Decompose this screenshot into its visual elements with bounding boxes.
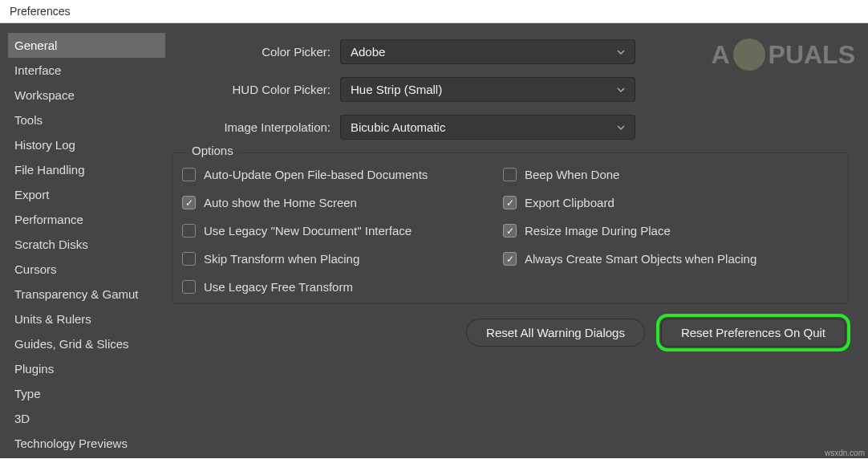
checkbox-skip-transform[interactable]: Skip Transform when Placing: [182, 252, 503, 266]
chevron-down-icon: [617, 48, 625, 56]
sidebar-item-guides-grid-slices[interactable]: Guides, Grid & Slices: [8, 331, 165, 356]
sidebar-item-label: 3D: [14, 412, 30, 425]
checkbox-label: Always Create Smart Objects when Placing: [525, 252, 756, 266]
reset-preferences-button[interactable]: Reset Preferences On Quit: [661, 319, 846, 347]
sidebar-item-label: Units & Rulers: [14, 312, 91, 326]
hud-color-picker-value: Hue Strip (Small): [351, 83, 442, 96]
sidebar-item-units-rulers[interactable]: Units & Rulers: [8, 307, 165, 331]
sidebar-item-export[interactable]: Export: [8, 182, 165, 207]
sidebar-item-transparency-gamut[interactable]: Transparency & Gamut: [8, 282, 165, 307]
checkbox-label: Use Legacy Free Transform: [204, 280, 353, 294]
checkbox-resize-image-place[interactable]: ✓ Resize Image During Place: [503, 224, 824, 238]
color-picker-label: Color Picker:: [172, 45, 340, 59]
image-interpolation-dropdown[interactable]: Bicubic Automatic: [340, 115, 635, 140]
checkbox-box[interactable]: [182, 224, 196, 238]
watermark-text-left: A: [711, 40, 729, 70]
attribution-text: wsxdn.com: [825, 449, 865, 457]
checkbox-smart-objects-placing[interactable]: ✓ Always Create Smart Objects when Placi…: [503, 252, 824, 266]
checkbox-box[interactable]: ✓: [503, 252, 517, 266]
checkbox-label: Skip Transform when Placing: [204, 252, 359, 266]
checkbox-legacy-free-transform[interactable]: Use Legacy Free Transform: [182, 280, 503, 294]
checkbox-label: Export Clipboard: [525, 196, 614, 209]
sidebar-item-history-log[interactable]: History Log: [8, 132, 165, 157]
window-title: Preferences: [10, 5, 70, 18]
sidebar: General Interface Workspace Tools Histor…: [0, 33, 165, 458]
chevron-down-icon: [617, 86, 625, 94]
sidebar-item-label: Export: [14, 188, 49, 201]
checkbox-legacy-new-doc[interactable]: Use Legacy "New Document" Interface: [182, 224, 503, 238]
sidebar-item-cursors[interactable]: Cursors: [8, 257, 165, 282]
hud-color-picker-dropdown[interactable]: Hue Strip (Small): [340, 77, 635, 102]
checkmark-icon: ✓: [506, 198, 514, 208]
sidebar-item-label: Type: [14, 387, 41, 400]
checkbox-box[interactable]: [182, 168, 196, 181]
sidebar-item-label: File Handling: [14, 163, 85, 177]
checkbox-label: Auto show the Home Screen: [204, 196, 357, 209]
checkmark-icon: ✓: [506, 254, 514, 264]
hud-color-picker-label: HUD Color Picker:: [172, 83, 340, 96]
checkbox-auto-update-docs[interactable]: Auto-Update Open File-based Documents: [182, 168, 503, 181]
sidebar-item-label: Technology Previews: [14, 437, 128, 450]
options-legend: Options: [187, 144, 238, 157]
checkmark-icon: ✓: [506, 226, 514, 236]
sidebar-item-label: Cursors: [14, 262, 57, 276]
sidebar-item-label: Interface: [14, 63, 61, 77]
image-interpolation-label: Image Interpolation:: [172, 120, 340, 134]
checkbox-box[interactable]: ✓: [182, 196, 196, 209]
checkbox-box[interactable]: [503, 168, 517, 181]
checkbox-auto-show-home[interactable]: ✓ Auto show the Home Screen: [182, 196, 503, 209]
sidebar-item-workspace[interactable]: Workspace: [8, 83, 165, 108]
options-fieldset: Options Auto-Update Open File-based Docu…: [172, 152, 849, 304]
sidebar-item-3d[interactable]: 3D: [8, 406, 165, 431]
sidebar-item-label: Plugins: [14, 362, 54, 376]
title-bar: Preferences: [0, 0, 868, 23]
watermark-logo: A PUALS: [711, 39, 855, 71]
options-grid: Auto-Update Open File-based Documents Be…: [182, 168, 838, 294]
chevron-down-icon: [617, 124, 625, 132]
color-picker-value: Adobe: [351, 45, 385, 59]
sidebar-item-technology-previews[interactable]: Technology Previews: [8, 431, 165, 456]
checkbox-box[interactable]: [182, 252, 196, 266]
sidebar-item-label: General: [14, 39, 57, 52]
checkbox-label: Use Legacy "New Document" Interface: [204, 224, 412, 238]
sidebar-item-label: Workspace: [14, 88, 75, 102]
checkbox-label: Beep When Done: [525, 168, 619, 181]
sidebar-item-file-handling[interactable]: File Handling: [8, 157, 165, 182]
sidebar-item-scratch-disks[interactable]: Scratch Disks: [8, 232, 165, 257]
sidebar-item-label: Tools: [14, 113, 43, 127]
watermark-icon: [733, 39, 765, 71]
form-row-image-interpolation: Image Interpolation: Bicubic Automatic: [172, 115, 862, 140]
sidebar-item-performance[interactable]: Performance: [8, 207, 165, 232]
sidebar-item-label: History Log: [14, 138, 75, 152]
sidebar-item-interface[interactable]: Interface: [8, 58, 165, 83]
sidebar-item-tools[interactable]: Tools: [8, 108, 165, 132]
color-picker-dropdown[interactable]: Adobe: [340, 39, 635, 64]
sidebar-item-label: Scratch Disks: [14, 238, 88, 251]
checkbox-box[interactable]: ✓: [503, 224, 517, 238]
main-area: General Interface Workspace Tools Histor…: [0, 23, 868, 458]
reset-warnings-button[interactable]: Reset All Warning Dialogs: [466, 319, 645, 347]
sidebar-item-type[interactable]: Type: [8, 381, 165, 406]
watermark-text-right: PUALS: [769, 40, 855, 70]
sidebar-item-label: Transparency & Gamut: [14, 287, 139, 301]
button-row: Reset All Warning Dialogs Reset Preferen…: [172, 319, 862, 347]
sidebar-item-label: Guides, Grid & Slices: [14, 337, 129, 351]
sidebar-item-plugins[interactable]: Plugins: [8, 356, 165, 381]
checkbox-label: Resize Image During Place: [525, 224, 671, 238]
form-row-hud-color-picker: HUD Color Picker: Hue Strip (Small): [172, 77, 862, 102]
image-interpolation-value: Bicubic Automatic: [351, 120, 445, 134]
content-panel: Color Picker: Adobe HUD Color Picker: Hu…: [165, 33, 868, 458]
checkmark-icon: ✓: [185, 198, 193, 208]
checkbox-label: Auto-Update Open File-based Documents: [204, 168, 428, 181]
sidebar-item-label: Performance: [14, 213, 83, 226]
checkbox-export-clipboard[interactable]: ✓ Export Clipboard: [503, 196, 824, 209]
checkbox-box[interactable]: ✓: [503, 196, 517, 209]
checkbox-beep-when-done[interactable]: Beep When Done: [503, 168, 824, 181]
checkbox-box[interactable]: [182, 280, 196, 294]
sidebar-item-general[interactable]: General: [8, 33, 165, 58]
